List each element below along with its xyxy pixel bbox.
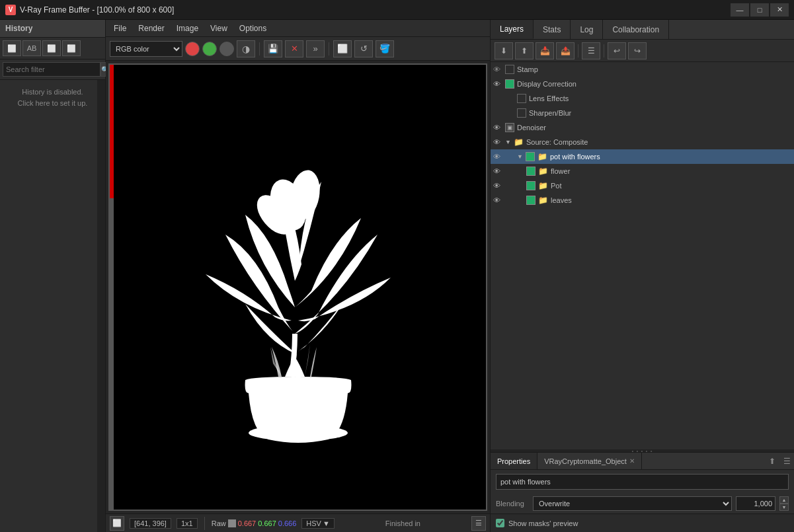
layer-item-source-composite[interactable]: 👁 ▼ 📁 Source: Composite — [491, 135, 794, 149]
channel-alpha-btn[interactable]: ◑ — [237, 40, 255, 57]
status-val-g: 0.667 — [258, 519, 276, 527]
layer-redo-btn[interactable]: ↪ — [628, 42, 647, 59]
layer-item-display-correction[interactable]: 👁 Display Correction — [491, 77, 794, 91]
checkbox-sharpen-blur[interactable] — [517, 108, 526, 118]
show-masks-checkbox[interactable] — [496, 519, 504, 527]
layer-item-stamp[interactable]: 👁 Stamp — [491, 62, 794, 77]
layer-item-lens-effects[interactable]: Lens Effects — [491, 91, 794, 106]
eye-source-composite[interactable]: 👁 — [493, 138, 502, 146]
menu-file[interactable]: File — [108, 21, 132, 36]
rotate-btn[interactable]: ↺ — [354, 40, 373, 57]
prop-menu-btn[interactable]: ☰ — [779, 454, 794, 469]
tab-collaboration[interactable]: Collaboration — [603, 20, 669, 39]
folder-icon-leaves: 📁 — [538, 196, 548, 205]
plant-svg — [173, 102, 424, 473]
menu-render[interactable]: Render — [133, 21, 169, 36]
history-save-btn[interactable]: ⬜ — [3, 40, 21, 56]
search-input[interactable] — [3, 62, 100, 77]
checkbox-flower[interactable] — [526, 167, 536, 176]
layer-import-btn[interactable]: 📥 — [536, 42, 554, 59]
layer-name-display-correction: Display Correction — [517, 80, 791, 88]
history-text-btn[interactable]: AB — [22, 40, 41, 56]
channel-green-btn[interactable] — [202, 42, 217, 56]
menu-bar: File Render Image View Options — [106, 20, 490, 37]
channel-red-btn[interactable] — [185, 42, 200, 56]
history-scrollbar[interactable] — [97, 80, 105, 532]
tab-stats[interactable]: Stats — [534, 20, 571, 39]
status-color-dot — [228, 519, 236, 527]
layer-item-leaves[interactable]: 👁 📁 leaves — [491, 193, 794, 208]
menu-image[interactable]: Image — [171, 21, 204, 36]
eye-stamp[interactable]: 👁 — [493, 65, 502, 73]
layer-undo-btn[interactable]: ↩ — [608, 42, 626, 59]
prop-layer-name-input[interactable] — [496, 474, 789, 490]
layer-item-pot-with-flowers[interactable]: 👁 ▼ 📁 pot with flowers — [491, 149, 794, 164]
layer-item-flower[interactable]: 👁 📁 flower — [491, 164, 794, 178]
arrow-source-composite[interactable]: ▼ — [505, 139, 511, 145]
maximize-button[interactable]: □ — [750, 3, 769, 17]
checkbox-pot-sub[interactable] — [526, 181, 536, 190]
checkbox-display-correction[interactable] — [505, 79, 514, 89]
layer-name-pot-sub: Pot — [551, 182, 791, 190]
more-tools-btn[interactable]: » — [306, 40, 325, 57]
eye-flower[interactable]: 👁 — [493, 167, 502, 175]
eye-denoiser[interactable]: 👁 — [493, 124, 502, 132]
eye-pot[interactable]: 👁 — [493, 182, 502, 190]
title-bar-left: V V-Ray Frame Buffer - [100.0% of 800 x … — [5, 5, 174, 15]
menu-options[interactable]: Options — [234, 21, 272, 36]
window-title: V-Ray Frame Buffer - [100.0% of 800 x 60… — [20, 5, 174, 15]
eye-pot-with-flowers[interactable]: 👁 — [493, 153, 502, 161]
history-img-btn[interactable]: ⬜ — [42, 40, 61, 56]
layer-name-flower: flower — [551, 167, 791, 175]
status-val-r: 0.667 — [238, 519, 257, 527]
blend-amount-input[interactable] — [736, 496, 775, 511]
history-content-area: History is disabled. Click here to set i… — [0, 80, 105, 532]
status-right-btn[interactable]: ☰ — [471, 516, 486, 531]
save-image-btn[interactable]: 💾 — [264, 40, 282, 57]
tab-cryptomatte-close[interactable]: ✕ — [629, 457, 635, 465]
menu-view[interactable]: View — [205, 21, 233, 36]
close-image-btn[interactable]: ✕ — [285, 40, 303, 57]
history-disabled-message[interactable]: History is disabled. Click here to set i… — [0, 80, 105, 115]
layer-export-btn[interactable]: 📤 — [556, 42, 575, 59]
blend-spin-up[interactable]: ▲ — [779, 496, 789, 504]
frame-btn[interactable]: ⬜ — [333, 40, 352, 57]
close-button[interactable]: ✕ — [770, 3, 789, 17]
layer-move-down-btn[interactable]: ⬇ — [495, 42, 513, 59]
checkbox-stamp[interactable] — [505, 65, 514, 74]
status-left-btn[interactable]: ⬜ — [110, 516, 124, 531]
checkbox-pot-with-flowers[interactable] — [526, 152, 535, 161]
tab-layers[interactable]: Layers — [491, 20, 534, 39]
eye-leaves[interactable]: 👁 — [493, 196, 502, 204]
checkbox-lens-effects[interactable] — [517, 94, 526, 103]
layer-move-up-btn[interactable]: ⬆ — [515, 42, 534, 59]
status-hsv[interactable]: HSV ▼ — [301, 518, 335, 529]
channel-blue-btn[interactable] — [219, 42, 234, 56]
blend-spin-down[interactable]: ▼ — [779, 504, 789, 511]
properties-panel: Properties VRayCryptomatte_Object ✕ ⬆ ☰ … — [491, 452, 794, 513]
bucket-btn[interactable]: 🪣 — [376, 40, 394, 57]
app-icon: V — [5, 5, 16, 15]
minimize-button[interactable]: — — [731, 3, 749, 17]
tab-log[interactable]: Log — [571, 20, 603, 39]
eye-display-correction[interactable]: 👁 — [493, 80, 502, 88]
blending-select[interactable]: Overwrite Normal Add Multiply Screen — [533, 496, 732, 511]
checkbox-leaves[interactable] — [526, 196, 536, 205]
tab-cryptomatte[interactable]: VRayCryptomatte_Object ✕ — [537, 453, 642, 469]
viewport[interactable] — [108, 63, 487, 511]
layer-menu-btn[interactable]: ☰ — [582, 42, 600, 59]
toolbar-sep-1 — [259, 42, 260, 56]
layer-item-denoiser[interactable]: 👁 ▣ Denoiser — [491, 120, 794, 135]
folder-icon-flower: 📁 — [538, 167, 548, 176]
arrow-pot-with-flowers[interactable]: ▼ — [517, 153, 523, 160]
render-icon-denoiser: ▣ — [505, 123, 514, 132]
color-mode-select[interactable]: RGB color Alpha Luminance Normal Map — [110, 41, 182, 57]
layer-item-sharpen-blur[interactable]: Sharpen/Blur — [491, 106, 794, 120]
tab-properties[interactable]: Properties — [491, 453, 537, 469]
layers-toolbar: ⬇ ⬆ 📥 📤 ☰ ↩ ↪ — [491, 40, 794, 62]
history-extra-btn[interactable]: ⬜ — [62, 40, 81, 56]
prop-expand-btn[interactable]: ⬆ — [765, 454, 779, 469]
viewport-left-bar — [110, 65, 114, 510]
layer-item-pot[interactable]: 👁 📁 Pot — [491, 178, 794, 193]
show-masks-bar: Show masks' preview — [491, 513, 794, 532]
